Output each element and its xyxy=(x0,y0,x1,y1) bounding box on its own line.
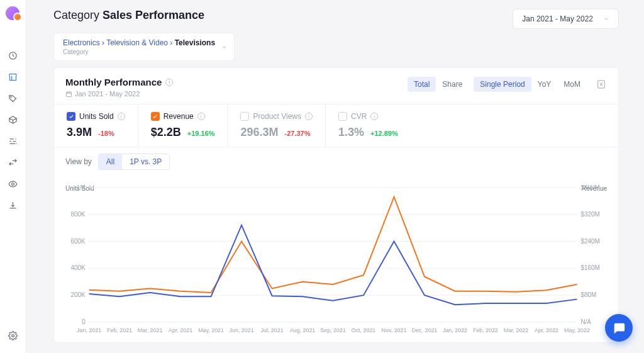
viewby-1p3p[interactable]: 1P vs. 3P xyxy=(122,154,169,169)
breadcrumb-selector[interactable]: Electronics › Television & Video › Telev… xyxy=(53,33,235,61)
x-tick: Nov, 2021 xyxy=(382,327,407,333)
metric-delta: +12.89% xyxy=(370,130,398,137)
svg-rect-4 xyxy=(66,92,71,96)
x-tick: Sep, 2021 xyxy=(320,327,346,333)
date-range-selector[interactable]: Jan 2021 - May 2022 xyxy=(513,9,619,29)
right-tick: $80M xyxy=(580,291,596,298)
nav-download-icon[interactable] xyxy=(8,200,18,210)
metric-delta: -18% xyxy=(98,130,114,137)
x-tick: Jan, 2021 xyxy=(77,327,101,333)
chevron-down-icon xyxy=(603,16,609,22)
metric-label: Product Views xyxy=(253,112,301,121)
left-tick: 400K xyxy=(71,264,86,271)
tab-mom[interactable]: MoM xyxy=(557,77,587,92)
metric-delta: -27.37% xyxy=(285,130,311,137)
viewby-label: View by xyxy=(65,157,92,166)
tab-total[interactable]: Total xyxy=(408,77,436,92)
export-excel-button[interactable] xyxy=(596,79,607,90)
metric-label: CVR xyxy=(351,112,367,121)
panel-subtitle: Jan 2021 - May 2022 xyxy=(65,90,173,98)
metric-units-sold: Units Sold i 3.9M -18% xyxy=(54,104,138,147)
nav-eye-icon[interactable] xyxy=(8,179,18,189)
tab-single-period[interactable]: Single Period xyxy=(474,77,531,92)
panel-title: Monthly Performance i xyxy=(65,77,173,87)
tab-group-period: Single Period YoY MoM xyxy=(474,77,587,92)
right-tick: $320M xyxy=(580,211,599,218)
right-tick: $400M xyxy=(580,185,599,191)
tab-share[interactable]: Share xyxy=(436,77,469,92)
metric-delta: +19.16% xyxy=(187,130,215,137)
metric-cvr: CVR i 1.3% +12.89% xyxy=(326,104,411,147)
metric-value: 3.9M xyxy=(67,126,92,139)
breadcrumb-subtitle: Category xyxy=(63,48,215,55)
x-tick: Jul, 2021 xyxy=(261,327,284,333)
x-tick: Jun, 2021 xyxy=(230,327,254,333)
page-title: Category Sales Performance xyxy=(53,9,204,22)
x-tick: Apr, 2021 xyxy=(169,327,192,333)
nav-tag-icon[interactable] xyxy=(8,93,18,103)
x-tick: Dec, 2021 xyxy=(412,327,438,333)
x-tick: May, 2021 xyxy=(198,327,224,333)
left-tick: 800K xyxy=(71,211,86,218)
x-tick: Mar, 2021 xyxy=(138,327,163,333)
viewby-all[interactable]: All xyxy=(99,154,122,169)
nav-clock-icon[interactable] xyxy=(8,50,18,60)
calendar-icon xyxy=(65,91,72,98)
tab-group-total-share: Total Share xyxy=(408,77,469,92)
svg-point-2 xyxy=(11,182,14,185)
metric-product-views: Product Views i 296.3M -27.37% xyxy=(228,104,325,147)
nav-sliders-icon[interactable] xyxy=(8,136,18,146)
nav-gear-icon[interactable] xyxy=(8,330,18,340)
tab-yoy[interactable]: YoY xyxy=(531,77,558,92)
chevron-down-icon xyxy=(221,44,228,50)
right-tick: $160M xyxy=(580,264,599,271)
x-tick: May, 2022 xyxy=(564,327,590,333)
nav-box-icon[interactable] xyxy=(8,115,18,125)
info-icon[interactable]: i xyxy=(305,113,313,120)
x-tick: Feb, 2022 xyxy=(473,327,498,333)
metric-value: $2.2B xyxy=(151,126,181,139)
nav-shop-icon[interactable] xyxy=(8,72,18,82)
metric-value: 1.3% xyxy=(338,126,364,139)
left-tick: 0 xyxy=(82,318,86,325)
metric-label: Revenue xyxy=(164,112,194,121)
right-tick: $240M xyxy=(580,238,599,245)
metric-value: 296.3M xyxy=(240,126,278,139)
x-tick: Apr, 2022 xyxy=(535,327,558,333)
x-tick: Feb, 2021 xyxy=(107,327,132,333)
left-tick: 1M xyxy=(77,185,86,191)
left-tick: 200K xyxy=(71,291,86,298)
x-tick: Aug, 2021 xyxy=(290,327,316,333)
chat-support-button[interactable] xyxy=(605,314,633,342)
info-icon[interactable]: i xyxy=(118,113,125,120)
info-icon[interactable]: i xyxy=(165,79,173,86)
left-tick: 600K xyxy=(71,238,86,245)
metric-checkbox[interactable] xyxy=(240,112,249,121)
app-logo[interactable] xyxy=(6,6,19,20)
breadcrumb: Electronics › Television & Video › Telev… xyxy=(63,38,215,47)
metric-revenue: Revenue i $2.2B +19.16% xyxy=(138,104,228,147)
metric-label: Units Sold xyxy=(79,112,114,121)
svg-point-1 xyxy=(10,96,11,97)
svg-point-3 xyxy=(11,334,14,337)
metric-checkbox[interactable] xyxy=(151,112,160,121)
x-tick: Jan, 2022 xyxy=(443,327,467,333)
info-icon[interactable]: i xyxy=(197,113,205,120)
nav-arrows-icon[interactable] xyxy=(8,157,18,167)
x-tick: Mar, 2022 xyxy=(504,327,529,333)
metric-checkbox[interactable] xyxy=(67,112,75,121)
x-tick: Oct, 2021 xyxy=(352,327,376,333)
line-chart: 1M800K600K400K200K0 $400M$320M$240M$160M… xyxy=(65,185,607,336)
info-icon[interactable]: i xyxy=(370,113,378,120)
right-tick: N/A xyxy=(580,318,591,325)
metric-checkbox[interactable] xyxy=(338,112,347,121)
